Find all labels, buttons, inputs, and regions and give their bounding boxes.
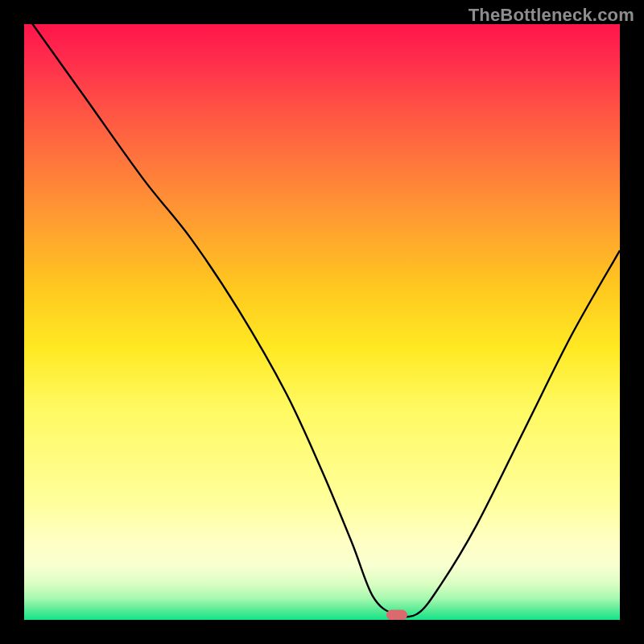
bottleneck-curve: [24, 24, 620, 620]
watermark-text: TheBottleneck.com: [469, 5, 634, 26]
plot-area: [24, 24, 620, 620]
chart-frame: TheBottleneck.com: [0, 0, 644, 644]
optimal-marker: [386, 610, 407, 620]
